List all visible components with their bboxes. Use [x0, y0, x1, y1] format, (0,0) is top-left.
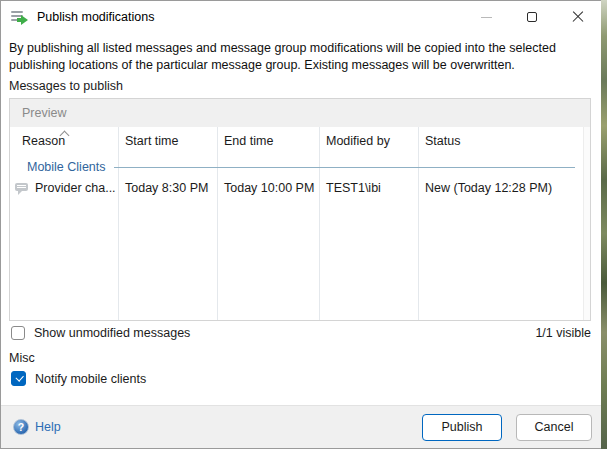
visible-count: 1/1 visible — [535, 326, 591, 340]
messages-table[interactable]: Preview Reason Start time End time Modif… — [9, 98, 591, 321]
close-icon — [572, 11, 584, 23]
group-label: Mobile Clients — [27, 160, 106, 174]
column-header-start-time[interactable]: Start time — [118, 127, 217, 154]
column-header-end-time[interactable]: End time — [217, 127, 319, 154]
cell-end-time: Today 10:00 PM — [217, 181, 319, 195]
window-title: Publish modifications — [37, 10, 154, 24]
title-bar: Publish modifications — [1, 1, 601, 33]
close-button[interactable] — [555, 1, 601, 33]
help-link[interactable]: ? Help — [13, 419, 61, 435]
preview-label: Preview — [22, 106, 66, 120]
cell-status: New (Today 12:28 PM) — [418, 181, 582, 195]
group-divider-line — [114, 167, 575, 168]
column-header-reason[interactable]: Reason — [10, 127, 118, 154]
cell-reason: Provider cha... — [35, 181, 116, 195]
desktop-background-sliver — [601, 0, 607, 449]
misc-label: Misc — [9, 351, 35, 365]
publish-icon — [11, 10, 28, 25]
cancel-button[interactable]: Cancel — [516, 414, 592, 441]
message-icon — [15, 182, 30, 195]
notify-mobile-clients-label: Notify mobile clients — [35, 372, 146, 386]
column-header-status[interactable]: Status — [418, 127, 582, 154]
help-label: Help — [35, 420, 61, 434]
table-row[interactable]: Provider cha... Today 8:30 PM Today 10:0… — [10, 177, 582, 199]
maximize-icon — [527, 12, 537, 22]
column-header-modified-by[interactable]: Modified by — [319, 127, 418, 154]
show-unmodified-checkbox[interactable] — [11, 326, 25, 340]
group-row-mobile-clients[interactable]: Mobile Clients — [10, 157, 582, 177]
publish-button[interactable]: Publish — [422, 414, 502, 441]
show-unmodified-label: Show unmodified messages — [34, 326, 190, 340]
sort-ascending-icon — [61, 130, 68, 137]
dialog-description: By publishing all listed messages and me… — [9, 40, 595, 73]
minimize-icon — [481, 17, 492, 18]
maximize-button[interactable] — [509, 1, 555, 33]
help-icon: ? — [13, 419, 29, 435]
vertical-scrollbar[interactable] — [583, 127, 590, 320]
publish-modifications-dialog: Publish modifications By publishing all … — [0, 0, 602, 449]
preview-band: Preview — [10, 99, 590, 127]
cell-modified-by: TEST1\ibi — [319, 181, 418, 195]
messages-to-publish-label: Messages to publish — [9, 79, 123, 93]
footer-bar: ? Help Publish Cancel — [1, 405, 601, 448]
minimize-button — [463, 1, 509, 33]
cell-start-time: Today 8:30 PM — [118, 181, 217, 195]
notify-mobile-clients-checkbox[interactable] — [11, 371, 26, 386]
table-header-row: Reason Start time End time Modified by S… — [10, 127, 582, 154]
